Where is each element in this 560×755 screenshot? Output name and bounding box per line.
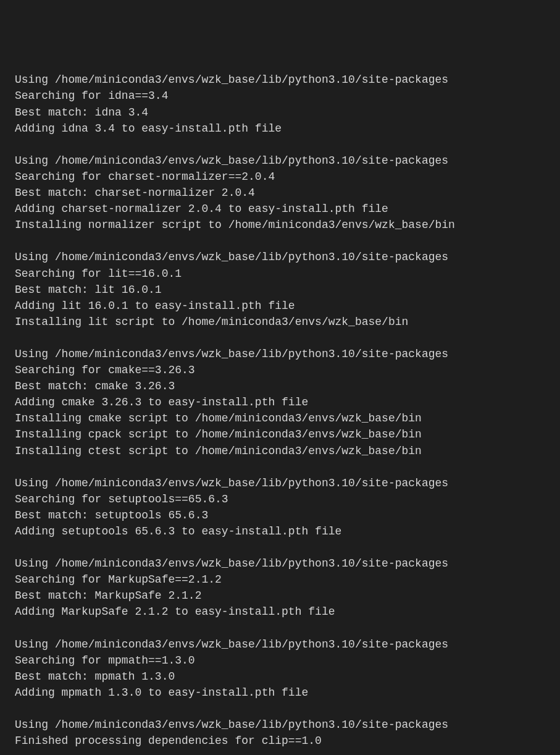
terminal-line bbox=[15, 137, 545, 153]
terminal-line bbox=[15, 459, 545, 475]
terminal-line: Best match: MarkupSafe 2.1.2 bbox=[15, 588, 545, 604]
terminal-line: Using /home/miniconda3/envs/wzk_base/lib… bbox=[15, 717, 545, 733]
terminal-line: Searching for lit==16.0.1 bbox=[15, 266, 545, 282]
terminal-line: Best match: cmake 3.26.3 bbox=[15, 378, 545, 394]
terminal-line bbox=[15, 701, 545, 717]
terminal-line: Installing cmake script to /home/minicon… bbox=[15, 410, 545, 426]
terminal-line: Installing lit script to /home/miniconda… bbox=[15, 314, 545, 330]
terminal-line: Using /home/miniconda3/envs/wzk_base/lib… bbox=[15, 72, 545, 88]
terminal-line: Adding mpmath 1.3.0 to easy-install.pth … bbox=[15, 685, 545, 701]
terminal-line: Searching for idna==3.4 bbox=[15, 88, 545, 104]
terminal-line bbox=[15, 330, 545, 346]
terminal-line: Searching for charset-normalizer==2.0.4 bbox=[15, 169, 545, 185]
terminal-line: Best match: idna 3.4 bbox=[15, 104, 545, 120]
terminal-line: Best match: charset-normalizer 2.0.4 bbox=[15, 185, 545, 201]
terminal-line: Adding cmake 3.26.3 to easy-install.pth … bbox=[15, 394, 545, 410]
terminal-line: Using /home/miniconda3/envs/wzk_base/lib… bbox=[15, 153, 545, 169]
terminal-line: Searching for mpmath==1.3.0 bbox=[15, 652, 545, 669]
terminal-line: Installing normalizer script to /home/mi… bbox=[15, 217, 545, 233]
terminal-line bbox=[15, 620, 545, 636]
terminal-line bbox=[15, 233, 545, 249]
terminal-line: Adding lit 16.0.1 to easy-install.pth fi… bbox=[15, 298, 545, 314]
terminal-line: Using /home/miniconda3/envs/wzk_base/lib… bbox=[15, 555, 545, 572]
terminal-line: Adding idna 3.4 to easy-install.pth file bbox=[15, 120, 545, 137]
terminal-line: Finished processing dependencies for cli… bbox=[15, 733, 545, 749]
terminal-line: Installing ctest script to /home/minicon… bbox=[15, 443, 545, 459]
terminal-line: Using /home/miniconda3/envs/wzk_base/lib… bbox=[15, 636, 545, 652]
terminal-line: Installing cpack script to /home/minicon… bbox=[15, 426, 545, 442]
terminal-line bbox=[15, 539, 545, 555]
terminal-line: Adding setuptools 65.6.3 to easy-install… bbox=[15, 523, 545, 539]
terminal-line: Best match: setuptools 65.6.3 bbox=[15, 507, 545, 523]
terminal-line: Using /home/miniconda3/envs/wzk_base/lib… bbox=[15, 475, 545, 491]
terminal-line: Searching for setuptools==65.6.3 bbox=[15, 491, 545, 507]
terminal-output: Using /home/miniconda3/envs/wzk_base/lib… bbox=[15, 72, 545, 749]
terminal-line: Adding MarkupSafe 2.1.2 to easy-install.… bbox=[15, 604, 545, 620]
terminal-line: Best match: mpmath 1.3.0 bbox=[15, 669, 545, 685]
terminal-line: Using /home/miniconda3/envs/wzk_base/lib… bbox=[15, 346, 545, 362]
terminal-line: Adding charset-normalizer 2.0.4 to easy-… bbox=[15, 201, 545, 217]
terminal-line: Using /home/miniconda3/envs/wzk_base/lib… bbox=[15, 249, 545, 265]
terminal-line: Searching for MarkupSafe==2.1.2 bbox=[15, 572, 545, 588]
terminal-line: Best match: lit 16.0.1 bbox=[15, 282, 545, 298]
terminal-line: Searching for cmake==3.26.3 bbox=[15, 362, 545, 378]
